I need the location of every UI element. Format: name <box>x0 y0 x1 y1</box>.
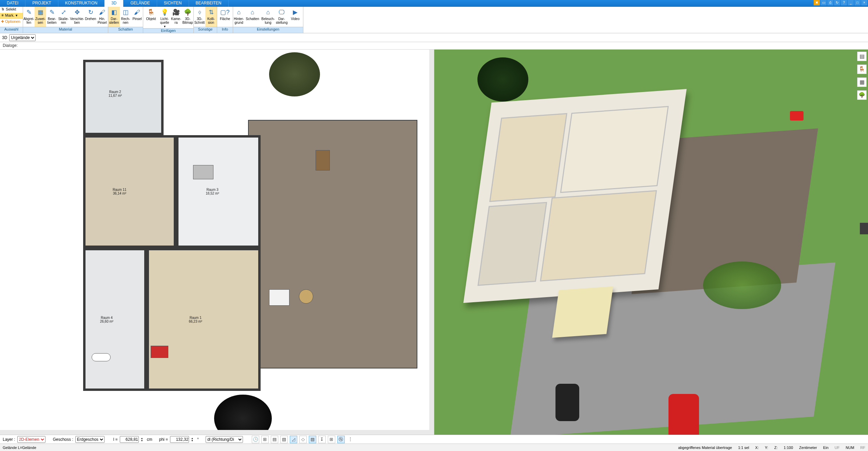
eyedropper-icon: ✎ <box>23 7 35 17</box>
lichtquelle-button[interactable]: 💡Licht-quelle ▾ <box>159 7 170 28</box>
selekt-button[interactable]: 🖱 Selekt <box>0 7 23 13</box>
schatten-set-button[interactable]: ⌂Schatten <box>245 7 260 27</box>
mark-button[interactable]: ✳ Mark. ▾ <box>0 13 23 19</box>
menu-konstruktion[interactable]: KONSTRUKTION <box>58 0 105 7</box>
group-sonstige: ⎀3D-Schnitt ⇅Kolli-sion Sonstige <box>194 7 217 33</box>
display-icon: 🖵 <box>276 7 287 17</box>
kamera-button[interactable]: 🎥Kame-ra <box>170 7 182 28</box>
layers-icon[interactable]: ▤ <box>271 436 278 443</box>
scene-3d-viewport[interactable]: ▤ 🪑 ▦ 🌳 <box>434 50 868 435</box>
app-icon-3[interactable]: ⎙ <box>827 0 833 5</box>
menu-sichten[interactable]: SICHTEN <box>157 0 189 7</box>
video-button[interactable]: ▶Video <box>287 7 303 27</box>
3d-bitmap-button[interactable]: 🌳3D-Bitmap <box>182 7 193 28</box>
maximize-button[interactable]: □ <box>854 0 861 5</box>
status-rf: RF <box>860 446 865 450</box>
skalieren-button[interactable]: ⤢Skalie-ren <box>58 7 69 27</box>
darstellen-button[interactable]: ◧Dar-stellen <box>108 7 120 27</box>
geschoss-dropdown[interactable]: Erdgeschos <box>75 436 105 443</box>
status-sel: 1:1 sel <box>738 446 749 450</box>
side-panel-pull[interactable] <box>860 223 868 234</box>
plants-tool[interactable]: 🌳 <box>857 90 867 100</box>
rechnen-button[interactable]: ◫Rech-nen <box>120 7 131 27</box>
help-icon[interactable]: ? <box>841 0 847 5</box>
l-stepper[interactable]: ▲▼ <box>141 437 145 442</box>
app-icon-2[interactable]: ▭ <box>820 0 827 5</box>
kollision-button[interactable]: ⇅Kolli-sion <box>205 7 217 27</box>
room3-name: Raum 3 <box>206 188 219 192</box>
status-y: Y: <box>765 446 768 450</box>
menu-datei[interactable]: DATEI <box>0 0 25 7</box>
room2-name: Raum 2 <box>109 90 122 94</box>
camera-icon: 🎥 <box>170 7 182 17</box>
close-button[interactable]: × <box>861 0 867 5</box>
drehen-button[interactable]: ↻Drehen <box>85 7 96 27</box>
dl-dropdown[interactable]: dl (Richtung/Di <box>206 436 243 443</box>
app-icon-1[interactable]: ✖ <box>814 0 820 5</box>
rotate-icon: ↻ <box>85 7 96 17</box>
l-input[interactable] <box>120 436 139 443</box>
plan-2d-viewport[interactable]: Raum 2 11,67 m² Raum 11 36,14 m² Raum 3 … <box>0 50 434 435</box>
bearbeiten-button[interactable]: ✎Bear-beiten <box>46 7 58 27</box>
plan-scroll-h[interactable] <box>0 430 429 435</box>
flaeche-button[interactable]: ▢?Fläche <box>217 7 233 27</box>
verschieben-button[interactable]: ✥Verschie-ben <box>69 7 85 27</box>
grid-icon[interactable]: ⊞ <box>328 436 335 443</box>
menu-3d[interactable]: 3D <box>105 0 124 7</box>
phi-stepper[interactable]: ▲▼ <box>191 437 195 442</box>
angle-icon[interactable]: ◿ <box>290 436 297 443</box>
zuweisen-button[interactable]: ▦Zuwei-sen <box>35 7 46 27</box>
layer-select[interactable]: Urgelände <box>9 34 36 41</box>
layers-tool[interactable]: ▤ <box>857 52 867 61</box>
section-icon: ⎀ <box>194 7 205 17</box>
darstellung-button[interactable]: 🖵Dar-stellung <box>276 7 287 27</box>
plan-scroll-v[interactable] <box>429 50 434 435</box>
menu-gelaende[interactable]: GELÄNDE <box>124 0 157 7</box>
room11-area: 36,14 m² <box>113 192 127 195</box>
plane-icon[interactable]: ◇ <box>299 436 307 443</box>
red-car <box>668 394 699 435</box>
phi-label: phi = <box>159 437 168 442</box>
commit-icon[interactable]: ↧ <box>318 436 326 443</box>
hintergrund-button[interactable]: ⌂Hinter-grund <box>233 7 245 27</box>
phi-input[interactable] <box>170 436 189 443</box>
viewmode-label: 3D <box>2 35 7 40</box>
beleuchtung-button[interactable]: ⌂Beleuch-tung <box>260 7 276 27</box>
area-icon: ▢? <box>217 7 233 17</box>
optionen-button[interactable]: ✚ Optionen <box>0 19 23 25</box>
hinpinsel-button[interactable]: 🖌Hin.Pinsel <box>96 7 108 27</box>
minimize-button[interactable]: _ <box>848 0 854 5</box>
group-info-caption: Info <box>217 27 233 33</box>
room3-area: 18,52 m² <box>206 192 219 195</box>
app-icon-4[interactable]: ↻ <box>834 0 840 5</box>
tree-icon: 🌳 <box>182 7 193 17</box>
materials-tool[interactable]: ▦ <box>857 77 867 87</box>
l-label: l = <box>113 437 118 442</box>
pinsel-button[interactable]: 🖌Pinsel <box>131 7 143 27</box>
north-icon[interactable]: Ⓝ <box>337 436 345 443</box>
objekt-button[interactable]: 🪑Objekt <box>143 7 159 28</box>
furniture-tool[interactable]: 🪑 <box>857 65 867 74</box>
more-icon[interactable]: ⋮ <box>347 436 354 443</box>
menu-bearbeiten[interactable]: BEARBEITEN <box>189 0 229 7</box>
menu-projekt[interactable]: PROJEKT <box>25 0 58 7</box>
abgreifen-button[interactable]: ✎Abgrei-fen <box>23 7 35 27</box>
group-schatten: ◧Dar-stellen ◫Rech-nen 🖌Pinsel Schatten <box>108 7 143 33</box>
color-icon[interactable]: ▧ <box>280 436 288 443</box>
layer-dropdown[interactable]: 2D-Elemen <box>17 436 45 443</box>
snap-grid-icon[interactable]: ⊞ <box>261 436 269 443</box>
group-auswahl-caption: Auswahl <box>0 27 23 33</box>
status-unit: Zentimeter <box>799 446 817 450</box>
l-unit: cm <box>147 437 152 442</box>
group-einstellungen-caption: Einstellungen <box>233 27 303 33</box>
lighting-icon: ⌂ <box>260 7 276 17</box>
room4-name: Raum 4 <box>100 316 113 320</box>
group-sonstige-caption: Sonstige <box>194 27 217 33</box>
diagonal-icon[interactable]: ▨ <box>309 436 316 443</box>
status-x: X: <box>755 446 759 450</box>
3d-schnitt-button[interactable]: ⎀3D-Schnitt <box>194 7 205 27</box>
group-einfuegen-caption: Einfügen <box>143 28 193 33</box>
play-icon: ▶ <box>287 7 303 17</box>
room2-area: 11,67 m² <box>109 94 122 97</box>
clock-icon[interactable]: 🕒 <box>252 436 259 443</box>
